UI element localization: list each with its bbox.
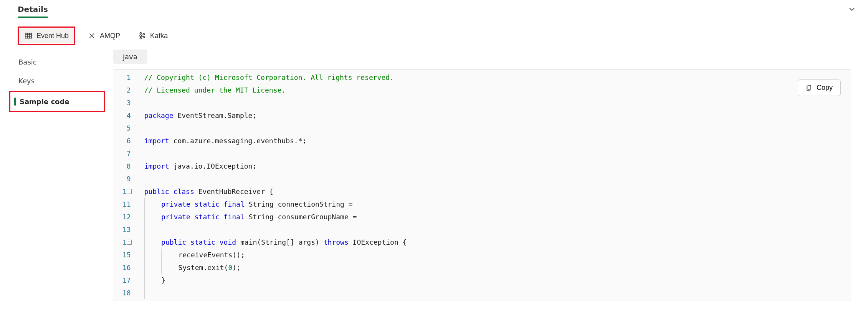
- code-block: Copy 12345678910−11121314−15161718 // Co…: [113, 69, 851, 301]
- protocol-tab-amqp[interactable]: AMQP: [82, 28, 126, 43]
- fold-toggle-icon[interactable]: −: [127, 240, 132, 245]
- svg-point-2: [140, 37, 141, 39]
- sidebar: BasicKeysSample code: [9, 50, 105, 113]
- copy-button-label: Copy: [817, 84, 833, 92]
- collapse-chevron-icon[interactable]: [847, 5, 856, 14]
- svg-point-1: [140, 35, 142, 37]
- details-tab[interactable]: Details: [18, 5, 48, 18]
- copy-icon: [806, 84, 813, 91]
- sidebar-item-keys[interactable]: Keys: [9, 71, 105, 90]
- protocol-tab-kafka[interactable]: Kafka: [132, 28, 173, 43]
- svg-line-8: [142, 36, 143, 37]
- fold-toggle-icon[interactable]: −: [127, 189, 132, 194]
- svg-line-7: [142, 35, 143, 35]
- protocol-tab-label: Event Hub: [36, 32, 69, 40]
- protocol-tab-label: AMQP: [100, 32, 120, 40]
- protocol-tab-label: Kafka: [150, 32, 168, 40]
- protocol-tab-eventhub[interactable]: Event Hub: [19, 28, 74, 43]
- code-content[interactable]: // Copyright (c) Microsoft Corporation. …: [137, 70, 407, 301]
- protocol-tabs: Event HubAMQPKafka: [0, 18, 868, 50]
- kafka-icon: [138, 31, 146, 40]
- sidebar-item-samplecode[interactable]: Sample code: [10, 92, 104, 111]
- eventhub-icon: [24, 31, 33, 40]
- code-gutter: 12345678910−11121314−15161718: [113, 70, 137, 301]
- copy-button[interactable]: Copy: [798, 80, 841, 96]
- amqp-icon: [88, 31, 96, 40]
- sidebar-item-basic[interactable]: Basic: [9, 53, 105, 71]
- svg-point-4: [143, 36, 145, 38]
- language-pill[interactable]: java: [113, 50, 147, 64]
- svg-point-0: [140, 33, 141, 34]
- svg-point-3: [143, 33, 145, 35]
